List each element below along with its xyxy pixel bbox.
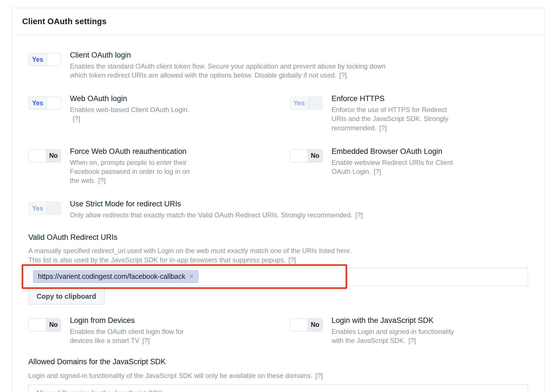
setting-title: Web OAuth login [70, 94, 196, 103]
help-icon[interactable]: [?] [142, 337, 150, 344]
allowed-domains-description: Login and signed-in functionality of the… [28, 371, 528, 380]
setting-title: Client OAuth login [70, 51, 390, 60]
setting-login-from-devices: No Login from Devices Enables the OAuth … [28, 316, 199, 345]
toggle-web-oauth-login[interactable]: Yes [28, 97, 61, 110]
toggle-state-label: No [46, 319, 61, 331]
toggle-state-label: No [46, 150, 61, 162]
redirect-uris-description: A manually specified redirect_uri used w… [28, 246, 365, 265]
toggle-knob [47, 97, 61, 109]
allowed-domains-title: Allowed Domains for the JavaScript SDK [28, 357, 528, 366]
remove-token-icon[interactable]: × [189, 273, 194, 280]
setting-client-oauth-login: Yes Client OAuth login Enables the stand… [28, 51, 390, 80]
help-icon[interactable]: [?] [288, 256, 296, 264]
toggle-state-label: Yes [29, 202, 47, 215]
toggle-login-js-sdk[interactable]: No [290, 318, 323, 331]
setting-description: Only allow redirects that exactly match … [70, 211, 363, 220]
setting-description-text: Enables the OAuth client login flow for … [70, 328, 184, 344]
help-icon[interactable]: [?] [339, 71, 347, 79]
toggle-client-oauth-login[interactable]: Yes [28, 53, 61, 66]
setting-web-oauth-login: Yes Web OAuth login Enables web-based Cl… [28, 94, 196, 132]
setting-description: Enforce the use of HTTPS for Redirect UR… [331, 105, 459, 132]
toggle-force-web-oauth-reauthentication[interactable]: No [28, 149, 61, 162]
setting-title: Use Strict Mode for redirect URIs [70, 200, 363, 208]
setting-strict-mode: Yes Use Strict Mode for redirect URIs On… [28, 200, 363, 220]
row-strict-mode: Yes Use Strict Mode for redirect URIs On… [28, 200, 528, 220]
toggle-embedded-browser-oauth-login[interactable]: No [290, 149, 323, 162]
toggle-knob [29, 319, 46, 331]
help-icon[interactable]: [?] [315, 372, 323, 379]
redirect-uris-title: Valid OAuth Redirect URIs [28, 233, 528, 242]
redirect-uri-token-text: https://varient.codingest.com/facebook-c… [38, 272, 185, 281]
setting-description-text: Enables web-based Client OAuth Login. [70, 106, 189, 113]
row-web-oauth: Yes Web OAuth login Enables web-based Cl… [28, 94, 528, 132]
help-icon[interactable]: [?] [98, 177, 106, 184]
toggle-knob [47, 202, 61, 215]
help-icon[interactable]: [?] [374, 168, 381, 175]
row-client-oauth-login: Yes Client OAuth login Enables the stand… [28, 51, 528, 80]
section-allowed-domains: Allowed Domains for the JavaScript SDK L… [28, 357, 528, 392]
toggle-login-from-devices[interactable]: No [28, 318, 61, 331]
setting-description-text: Enable webview Redirect URIs for Client … [331, 159, 453, 175]
setting-description: When on, prompts people to enter their F… [70, 158, 198, 185]
setting-title: Login with the JavaScript SDK [331, 316, 468, 325]
allowed-domains-description-text: Login and signed-in functionality of the… [28, 372, 313, 379]
client-oauth-settings-panel: Client OAuth settings Yes Client OAuth l… [12, 8, 545, 392]
setting-description: Enables web-based Client OAuth Login.[?] [70, 105, 196, 123]
section-redirect-uris: Valid OAuth Redirect URIs A manually spe… [28, 233, 528, 304]
toggle-knob [308, 97, 322, 109]
setting-description: Enable webview Redirect URIs for Client … [331, 158, 462, 176]
toggle-knob [290, 319, 308, 331]
help-icon[interactable]: [?] [379, 124, 387, 132]
redirect-uris-input-wrap: https://varient.codingest.com/facebook-c… [28, 268, 528, 286]
setting-login-js-sdk: No Login with the JavaScript SDK Enables… [290, 316, 468, 345]
panel-header: Client OAuth settings [12, 8, 544, 35]
setting-title: Login from Devices [70, 316, 199, 325]
toggle-state-label: Yes [290, 97, 308, 109]
row-reauthentication: No Force Web OAuth reauthentication When… [28, 147, 528, 185]
setting-description-text: When on, prompts people to enter their F… [70, 159, 190, 184]
setting-description-text: Enables Login and signed-in functionalit… [331, 328, 454, 344]
setting-title: Embedded Browser OAuth Login [331, 147, 462, 156]
toggle-state-label: Yes [29, 97, 47, 109]
setting-description: Enables Login and signed-in functionalit… [331, 327, 468, 345]
setting-enforce-https: Yes Enforce HTTPS Enforce the use of HTT… [290, 94, 459, 132]
toggle-knob [47, 53, 61, 66]
toggle-knob [290, 150, 308, 162]
help-icon[interactable]: [?] [408, 337, 416, 344]
toggle-state-label: No [308, 150, 322, 162]
setting-force-web-oauth-reauthentication: No Force Web OAuth reauthentication When… [28, 147, 198, 185]
toggle-state-label: No [308, 319, 322, 331]
setting-description-text: Enforce the use of HTTPS for Redirect UR… [331, 106, 448, 131]
row-device-login: No Login from Devices Enables the OAuth … [28, 316, 528, 345]
setting-description-text: Only allow redirects that exactly match … [70, 211, 353, 219]
redirect-uris-description-text: A manually specified redirect_uri used w… [28, 247, 352, 264]
setting-description: Enables the standard OAuth client token … [70, 62, 390, 80]
help-icon[interactable]: [?] [355, 211, 363, 219]
allowed-domains-input[interactable] [28, 384, 528, 392]
setting-embedded-browser-oauth-login: No Embedded Browser OAuth Login Enable w… [290, 147, 462, 185]
toggle-state-label: Yes [29, 53, 47, 66]
toggle-enforce-https: Yes [290, 97, 323, 110]
setting-description: Enables the OAuth client login flow for … [70, 327, 199, 345]
panel-title: Client OAuth settings [22, 17, 107, 26]
redirect-uri-token: https://varient.codingest.com/facebook-c… [33, 270, 198, 283]
copy-to-clipboard-button[interactable]: Copy to clipboard [28, 288, 104, 304]
panel-content: Yes Client OAuth login Enables the stand… [12, 35, 544, 392]
toggle-strict-mode: Yes [28, 202, 61, 215]
setting-title: Force Web OAuth reauthentication [70, 147, 198, 156]
help-icon[interactable]: [?] [73, 115, 80, 122]
redirect-uris-input[interactable]: https://varient.codingest.com/facebook-c… [28, 268, 528, 286]
setting-description-text: Enables the standard OAuth client token … [70, 62, 386, 79]
setting-title: Enforce HTTPS [331, 94, 459, 103]
toggle-knob [29, 150, 46, 162]
